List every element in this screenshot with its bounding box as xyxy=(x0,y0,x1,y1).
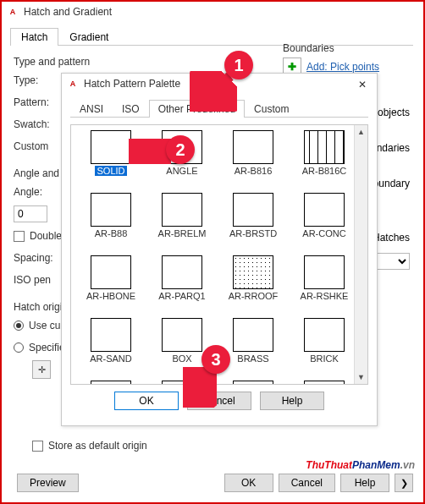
angle-input[interactable] xyxy=(14,205,47,222)
pattern-label: AR-CONC xyxy=(302,228,345,238)
pattern-label: SOLID xyxy=(95,166,126,176)
pattern-AR-BRSTD[interactable]: AR-BRSTD xyxy=(218,193,288,254)
pattern-row5-16[interactable] xyxy=(76,381,146,385)
angle-label: Angle: xyxy=(14,186,56,198)
pattern-AR-B88[interactable]: AR-B88 xyxy=(76,193,146,254)
pattern-AR-PARQ1[interactable]: AR-PARQ1 xyxy=(147,255,217,316)
plus-icon: ✚ xyxy=(288,61,296,73)
pattern-swatch xyxy=(233,381,273,385)
type-label: Type: xyxy=(14,74,56,86)
pattern-label: AR-RROOF xyxy=(229,291,279,301)
pattern-label: AR-B816C xyxy=(302,166,347,176)
pattern-AR-BRELM[interactable]: AR-BRELM xyxy=(147,193,217,254)
pattern-label: AR-B88 xyxy=(95,228,128,238)
callout-3: 3 xyxy=(201,345,230,374)
pick-origin-button[interactable]: ✛ xyxy=(32,360,51,379)
pattern-label: BRASS xyxy=(237,353,268,364)
chevron-right-icon: ❯ xyxy=(400,478,408,489)
pattern-label: ANGLE xyxy=(166,166,197,176)
crosshair-icon: ✛ xyxy=(38,364,46,375)
iso-label: ISO pen xyxy=(14,274,56,286)
tab-ansi[interactable]: ANSI xyxy=(70,100,113,118)
pattern-swatch xyxy=(233,318,273,352)
pattern-label: Pattern: xyxy=(14,96,56,108)
add-pick-points-link[interactable]: Add: Pick points xyxy=(306,61,379,73)
spacing-label: Spacing: xyxy=(14,252,56,264)
store-default-label: Store as default origin xyxy=(48,440,147,452)
watermark: ThuThuatPhanMem.vn xyxy=(306,452,415,474)
scroll-up-icon[interactable]: ▲ xyxy=(355,125,367,139)
callout-2: 2 xyxy=(166,135,195,164)
store-default-checkbox[interactable] xyxy=(32,441,43,452)
pattern-swatch xyxy=(162,255,202,289)
pattern-swatch xyxy=(91,318,131,352)
pattern-swatch xyxy=(91,193,131,227)
pattern-BRICK[interactable]: BRICK xyxy=(290,318,359,379)
double-checkbox[interactable] xyxy=(14,231,25,242)
tab-gradient[interactable]: Gradient xyxy=(58,28,119,46)
bg-cancel-button[interactable]: Cancel xyxy=(279,474,335,492)
arrow-1 xyxy=(190,71,237,112)
pattern-AR-B816[interactable]: AR-B816 xyxy=(218,130,288,191)
pattern-swatch xyxy=(233,193,273,227)
double-label: Double xyxy=(30,230,62,242)
pattern-swatch xyxy=(304,255,345,289)
custom-label: Custom xyxy=(14,140,56,152)
palette-title: Hatch Pattern Palette xyxy=(84,78,180,90)
hatch-dialog-titlebar: A Hatch and Gradient xyxy=(2,2,422,22)
pattern-label: AR-RSHKE xyxy=(301,291,349,301)
pattern-label: AR-PARQ1 xyxy=(158,291,205,301)
pattern-label: AR-SAND xyxy=(90,353,132,364)
pattern-label: AR-BRELM xyxy=(158,228,207,238)
preview-button[interactable]: Preview xyxy=(17,474,79,492)
pattern-AR-RSHKE[interactable]: AR-RSHKE xyxy=(290,255,359,316)
pattern-swatch xyxy=(304,381,345,385)
pattern-swatch xyxy=(91,255,131,289)
pattern-row5-19[interactable] xyxy=(290,381,359,385)
pattern-swatch xyxy=(304,318,345,352)
pattern-label: BRICK xyxy=(310,353,339,364)
pattern-swatch xyxy=(304,130,345,164)
app-icon: A xyxy=(7,6,19,18)
pattern-swatch xyxy=(162,193,202,227)
pattern-AR-CONC[interactable]: AR-CONC xyxy=(290,193,359,254)
swatch-label: Swatch: xyxy=(14,118,56,130)
scroll-down-icon[interactable]: ▼ xyxy=(355,370,367,384)
pattern-label: AR-BRSTD xyxy=(229,228,277,238)
pattern-label: AR-HBONE xyxy=(86,291,135,301)
hatch-dialog-title: Hatch and Gradient xyxy=(24,6,112,18)
pattern-AR-RROOF[interactable]: AR-RROOF xyxy=(218,255,288,316)
pattern-AR-B816C[interactable]: AR-B816C xyxy=(290,130,359,191)
pattern-swatch xyxy=(233,130,273,164)
close-icon: ✕ xyxy=(358,79,367,90)
palette-help-button[interactable]: Help xyxy=(260,392,324,410)
pattern-row5-18[interactable] xyxy=(218,381,288,385)
tab-custom[interactable]: Custom xyxy=(245,100,298,118)
arrow-2 xyxy=(129,139,171,164)
tab-iso[interactable]: ISO xyxy=(113,100,149,118)
expand-button[interactable]: ❯ xyxy=(395,474,413,492)
scrollbar[interactable]: ▲ ▼ xyxy=(354,125,367,384)
pattern-label: AR-B816 xyxy=(235,166,273,176)
pattern-swatch xyxy=(91,130,131,164)
close-button[interactable]: ✕ xyxy=(351,75,373,92)
pattern-swatch xyxy=(304,193,345,227)
pattern-swatch xyxy=(91,381,131,385)
specified-radio[interactable] xyxy=(14,342,24,353)
palette-ok-button[interactable]: OK xyxy=(114,392,179,410)
bg-ok-button[interactable]: OK xyxy=(224,474,273,492)
use-current-radio[interactable] xyxy=(14,320,24,331)
tab-hatch[interactable]: Hatch xyxy=(10,28,58,46)
app-icon: A xyxy=(67,78,79,90)
pattern-label: BOX xyxy=(172,353,191,364)
pattern-AR-SAND[interactable]: AR-SAND xyxy=(76,318,146,379)
group-boundaries: Boundaries xyxy=(283,42,410,54)
pattern-AR-HBONE[interactable]: AR-HBONE xyxy=(76,255,146,316)
pattern-swatch xyxy=(162,318,202,352)
pattern-swatch xyxy=(233,255,273,289)
bg-help-button[interactable]: Help xyxy=(340,474,389,492)
callout-1: 1 xyxy=(224,51,253,79)
pattern-BRASS[interactable]: BRASS xyxy=(218,318,288,379)
